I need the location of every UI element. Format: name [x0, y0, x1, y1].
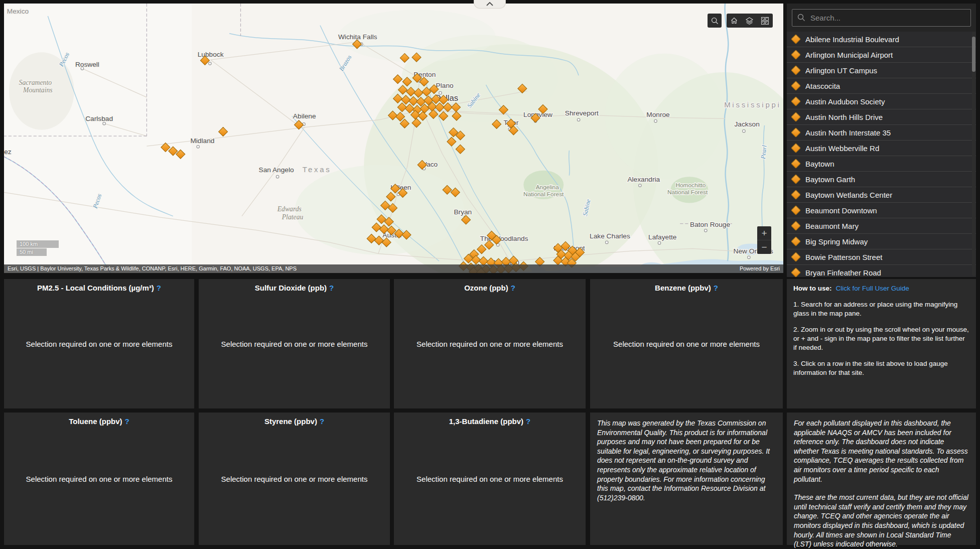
site-label: Austin Webberville Rd [805, 144, 879, 153]
site-label: Abilene Industrial Boulevard [805, 35, 899, 44]
panel-naaqs-note: For each pollutant displayed in this das… [787, 413, 976, 545]
home-button[interactable] [729, 16, 739, 26]
site-diamond-icon [791, 65, 801, 75]
panel-toluene: Toluene (ppbv)? Selection required on on… [4, 413, 194, 545]
map-label: Mountains [23, 86, 53, 94]
map-label: Lake Charles [590, 232, 630, 240]
basemap-grid-icon [761, 17, 769, 25]
panel-title: Benzene (ppbv)? [590, 279, 783, 292]
panel-map-disclaimer: This map was generated by the Texas Comm… [590, 413, 783, 545]
scrollbar-thumb[interactable] [972, 37, 975, 72]
panel-ozone: Ozone (ppb)? Selection required on one o… [394, 279, 586, 408]
basemap-svg[interactable]: MexicoTexasMississippiRoswellCarlsbadezL… [4, 4, 783, 273]
basemap-gallery-button[interactable] [760, 16, 770, 26]
list-scrollbar[interactable] [972, 32, 975, 276]
site-list-item[interactable]: Arlington Municipal Airport [787, 47, 976, 63]
map-label: Roswell [75, 61, 99, 68]
site-label: Arlington Municipal Airport [805, 51, 893, 59]
naaqs-paragraph-1: For each pollutant displayed in this das… [794, 419, 969, 484]
site-list-item[interactable]: Atascocita [787, 78, 976, 94]
scalebar: 100 km 50 mi [17, 240, 59, 256]
site-list-item[interactable]: Bryan Finfeather Road [787, 265, 976, 277]
site-list-item[interactable]: Beaumont Mary [787, 218, 976, 234]
site-list-item[interactable]: Austin Audubon Society [787, 94, 976, 109]
help-link[interactable]: ? [157, 284, 161, 292]
panel-benzene: Benzene (ppbv)? Selection required on on… [590, 279, 783, 408]
howto-title: How to use: [793, 285, 832, 292]
site-diamond-icon [791, 143, 801, 153]
site-list-item[interactable]: Abilene Industrial Boulevard [787, 32, 976, 47]
search-icon [797, 14, 805, 24]
map-label: Baton Rouge [690, 221, 730, 228]
site-list-item[interactable]: Baytown Wetlands Center [787, 187, 976, 203]
site-label: Atascocita [805, 82, 840, 90]
map-toolbar [708, 14, 773, 28]
map-label: San Angelo [259, 166, 295, 174]
map-label: National Forest [523, 191, 564, 198]
panel-butadiene: 1,3-Butadiene (ppbv)? Selection required… [394, 413, 586, 545]
site-list-item[interactable]: Austin Webberville Rd [787, 141, 976, 156]
site-label: Austin North Interstate 35 [805, 128, 891, 137]
site-list-item[interactable]: Big Spring Midway [787, 234, 976, 249]
zoom-out-button[interactable]: − [757, 240, 771, 254]
map-label: Mexico [7, 8, 29, 15]
site-label: Beaumont Downtown [805, 206, 877, 215]
panel-title: PM2.5 - Local Conditions (µg/m³)? [4, 279, 194, 292]
site-diamond-icon [791, 190, 801, 200]
help-link[interactable]: ? [511, 284, 515, 292]
site-label: Baytown Wetlands Center [805, 191, 892, 199]
panel-message: Selection required on one or more elemen… [394, 475, 586, 483]
map-label: Shreveport [565, 109, 599, 117]
site-label: Bryan Finfeather Road [805, 268, 881, 277]
scale-mi: 50 mi [17, 248, 47, 256]
layers-button[interactable] [745, 16, 755, 26]
zoom-in-button[interactable]: + [757, 226, 771, 240]
panel-message: Selection required on one or more elemen… [4, 475, 194, 483]
panel-message: Selection required on one or more elemen… [199, 475, 390, 483]
panel-title: Toluene (ppbv)? [4, 413, 194, 426]
site-label: Austin Audubon Society [805, 97, 885, 106]
help-link[interactable]: ? [714, 284, 718, 292]
attribution-text: Esri, USGS | Baylor University, Texas Pa… [8, 264, 297, 273]
panel-so2: Sulfur Dioxide (ppb)? Selection required… [199, 279, 390, 408]
site-list-item[interactable]: Beaumont Downtown [787, 203, 976, 218]
site-diamond-icon [791, 34, 801, 44]
site-list-item[interactable]: Baytown Garth [787, 172, 976, 187]
site-diamond-icon [791, 205, 801, 215]
chevron-up-icon [486, 2, 493, 6]
powered-by-esri: Powered by Esri [740, 264, 780, 273]
search-box[interactable] [792, 9, 971, 27]
map-search-button[interactable] [708, 14, 722, 28]
help-link[interactable]: ? [526, 417, 530, 426]
site-label: Baytown Garth [805, 175, 855, 184]
map-label: Alexandria [627, 176, 660, 183]
site-diamond-icon [791, 112, 801, 122]
site-list-sidebar: Abilene Industrial BoulevardArlington Mu… [787, 4, 976, 277]
panel-title: Styrene (ppbv)? [199, 413, 390, 426]
help-link[interactable]: ? [320, 417, 324, 426]
search-icon [711, 17, 719, 25]
howto-step: 2. Zoom in or out by using the scroll wh… [793, 325, 969, 352]
map-label: Wichita Falls [338, 33, 377, 41]
site-list-item[interactable]: Arlington UT Campus [787, 63, 976, 78]
map-label: The Woodlands [480, 235, 528, 242]
site-diamond-icon [791, 221, 801, 231]
site-list-item[interactable]: Austin North Hills Drive [787, 109, 976, 125]
site-list-item[interactable]: Bowie Patterson Street [787, 249, 976, 265]
panel-message: Selection required on one or more elemen… [199, 340, 390, 348]
map-label: Midland [190, 137, 214, 145]
map-label: Lafayette [648, 233, 677, 241]
user-guide-link[interactable]: Click for Full User Guide [836, 285, 909, 292]
search-input[interactable] [809, 10, 962, 26]
site-list-item[interactable]: Baytown [787, 156, 976, 172]
zoom-controls: + − [757, 226, 771, 254]
panel-title: Ozone (ppb)? [394, 279, 586, 292]
site-list-item[interactable]: Austin North Interstate 35 [787, 125, 976, 141]
collapse-arrow-button[interactable] [474, 0, 506, 9]
help-link[interactable]: ? [125, 417, 129, 426]
map-pane[interactable]: MexicoTexasMississippiRoswellCarlsbadezL… [4, 4, 783, 273]
help-link[interactable]: ? [329, 284, 334, 292]
map-label: Jackson [734, 120, 759, 128]
howto-step: 1. Search for an address or place using … [793, 300, 969, 318]
map-label: Plateau [282, 213, 304, 221]
